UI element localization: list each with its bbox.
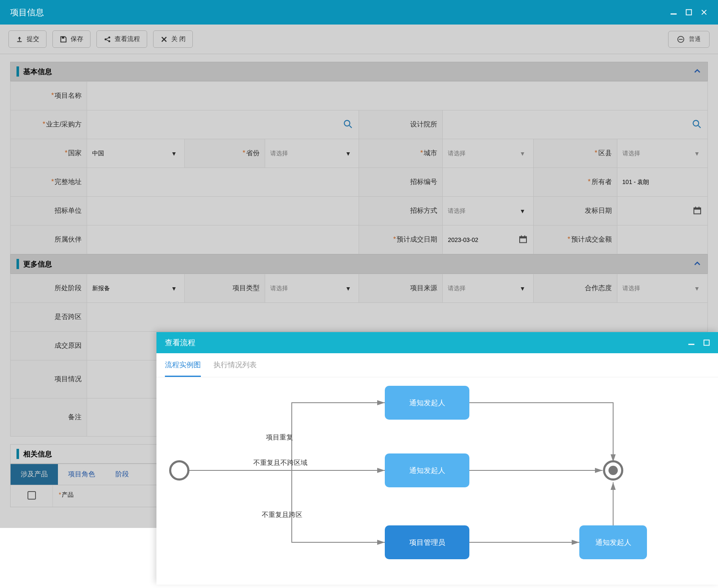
bid-method-select[interactable]: 请选择 (448, 207, 466, 214)
workflow-tabs: 流程实例图 执行情况列表 (156, 353, 718, 377)
wf-tab-diagram[interactable]: 流程实例图 (165, 360, 201, 377)
label-design-inst: 设计院所 (359, 110, 443, 139)
label-cross-region: 是否跨区 (11, 303, 87, 332)
svg-rect-1 (686, 10, 692, 15)
section-related-title: 相关信息 (23, 449, 52, 459)
owner-value[interactable]: 101 - 袁朗 (622, 179, 649, 185)
calendar-icon[interactable] (693, 206, 702, 216)
main-titlebar: 项目信息 (0, 0, 718, 25)
form-table-basic: *项目名称 *业主/采购方 设计院所 *国家 中国▼ *省份 请选择▼ *城市 … (10, 81, 708, 254)
window-title: 项目信息 (10, 7, 44, 18)
submit-label: 提交 (27, 35, 39, 43)
share-icon (104, 36, 111, 43)
owner-buyer-input[interactable] (92, 117, 342, 132)
label-expect-amount: *预计成交金额 (533, 225, 617, 254)
svg-rect-14 (699, 206, 699, 208)
status-chip[interactable]: 普通 (668, 31, 710, 48)
label-phase: 所处阶段 (11, 274, 87, 303)
label-owner: *所有者 (533, 168, 617, 197)
search-icon[interactable] (692, 119, 702, 130)
chevron-down-icon: ▼ (520, 208, 526, 214)
upload-icon (16, 36, 23, 43)
chevron-down-icon: ▼ (345, 150, 351, 157)
full-address-input[interactable] (92, 175, 342, 190)
svg-rect-8 (679, 39, 683, 40)
label-bid-no: 招标编号 (359, 168, 443, 197)
svg-rect-20 (704, 340, 710, 346)
close-button[interactable]: 关 闭 (153, 30, 193, 48)
status-label: 普通 (689, 36, 701, 43)
wf-minimize-icon[interactable] (688, 339, 695, 346)
flow-node-admin[interactable]: 项目管理员 (385, 525, 469, 559)
collapse-basic-icon[interactable] (693, 67, 702, 77)
minimize-icon[interactable] (670, 8, 677, 16)
svg-rect-18 (524, 235, 525, 237)
edge-label-top: 项目重复 (264, 432, 295, 443)
collapse-more-icon[interactable] (693, 259, 702, 269)
wf-tab-list[interactable]: 执行情况列表 (214, 360, 257, 377)
toolbar: 提交 保存 查看流程 关 闭 普通 (0, 25, 718, 54)
coop-attitude-select[interactable]: 请选择 (622, 285, 640, 291)
label-project-status: 项目情况 (11, 360, 87, 398)
city-select[interactable]: 请选择 (448, 150, 466, 157)
province-select[interactable]: 请选择 (270, 150, 288, 157)
section-more-title: 更多信息 (23, 259, 52, 269)
status-icon (677, 36, 685, 43)
chevron-down-icon: ▼ (694, 150, 700, 157)
flow-node-notify-1[interactable]: 通知发起人 (385, 386, 469, 420)
label-coop-attitude: 合作态度 (533, 274, 617, 303)
label-project-type: 项目类型 (185, 274, 265, 303)
country-select[interactable]: 中国 (92, 150, 104, 157)
phase-select[interactable]: 新报备 (92, 285, 110, 291)
close-icon[interactable] (700, 8, 708, 16)
maximize-icon[interactable] (685, 8, 693, 16)
label-issue-date: 发标日期 (533, 197, 617, 225)
label-bid-method: 招标方式 (359, 197, 443, 225)
partner-input[interactable] (92, 232, 342, 247)
workflow-modal: 查看流程 流程实例图 执行情况列表 (156, 332, 718, 585)
svg-rect-0 (671, 14, 677, 15)
col-product: 产品 (62, 491, 74, 498)
label-full-address: *完整地址 (11, 168, 87, 197)
project-source-select[interactable]: 请选择 (448, 285, 466, 291)
save-button[interactable]: 保存 (52, 30, 90, 48)
accent-bar (16, 66, 19, 77)
flow-node-notify-3[interactable]: 通知发起人 (579, 525, 647, 559)
workflow-canvas: 通知发起人 通知发起人 项目管理员 通知发起人 项目重复 不重复且不跨区域 不重… (156, 377, 718, 585)
viewflow-label: 查看流程 (115, 35, 140, 43)
submit-button[interactable]: 提交 (8, 30, 47, 48)
label-bid-unit: 招标单位 (11, 197, 87, 225)
chevron-down-icon: ▼ (171, 285, 177, 292)
flow-node-notify-2[interactable]: 通知发起人 (385, 453, 469, 487)
flow-end-node (603, 460, 623, 481)
chevron-down-icon: ▼ (171, 150, 177, 157)
label-owner-buyer: *业主/采购方 (11, 110, 87, 139)
design-inst-input[interactable] (448, 117, 691, 132)
svg-rect-17 (521, 235, 522, 237)
wf-maximize-icon[interactable] (703, 339, 710, 346)
svg-point-10 (693, 120, 699, 126)
select-all-checkbox[interactable] (27, 491, 36, 500)
label-deal-reason: 成交原因 (11, 332, 87, 360)
label-remark: 备注 (11, 398, 87, 437)
svg-rect-12 (694, 208, 701, 209)
viewflow-button[interactable]: 查看流程 (96, 30, 147, 48)
svg-rect-16 (520, 236, 526, 238)
search-icon[interactable] (343, 119, 353, 130)
expect-amount-input[interactable] (622, 232, 691, 247)
bid-no-input[interactable] (448, 175, 516, 190)
project-type-select[interactable]: 请选择 (270, 285, 288, 291)
issue-date-input[interactable] (622, 203, 691, 219)
tab-roles[interactable]: 项目角色 (58, 464, 105, 485)
tab-stage[interactable]: 阶段 (105, 464, 139, 485)
chevron-down-icon: ▼ (694, 285, 700, 292)
expect-date-value[interactable]: 2023-03-02 (448, 236, 478, 243)
cross-region-input[interactable] (92, 310, 691, 325)
project-name-input[interactable] (92, 88, 691, 104)
calendar-icon[interactable] (519, 235, 527, 245)
workflow-titlebar: 查看流程 (156, 332, 718, 353)
bid-unit-input[interactable] (92, 203, 342, 219)
tab-products[interactable]: 涉及产品 (11, 464, 58, 485)
x-icon (160, 36, 168, 43)
district-select[interactable]: 请选择 (622, 150, 640, 157)
